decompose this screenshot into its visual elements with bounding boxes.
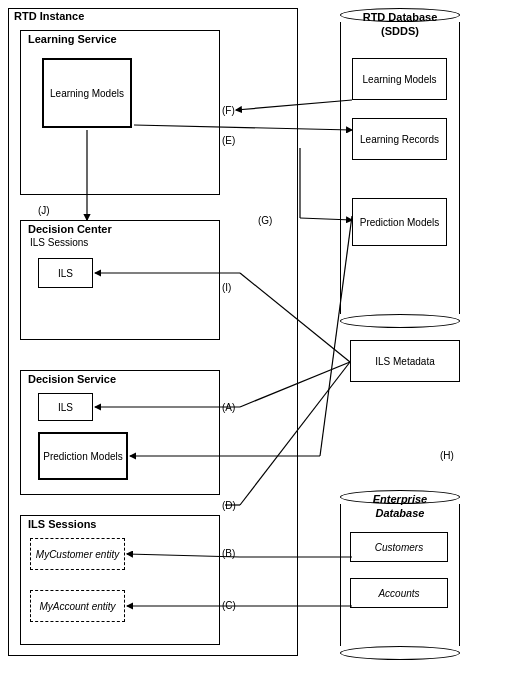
prediction-models-ds-box: Prediction Models <box>38 432 128 480</box>
accounts-box: Accounts <box>350 578 448 608</box>
customers-label: Customers <box>375 541 423 554</box>
decision-center-label: Decision Center <box>28 223 112 235</box>
arrow-g-label: (G) <box>258 215 272 226</box>
prediction-models-right-label: Prediction Models <box>360 216 439 229</box>
ils-dc-label: ILS <box>58 267 73 280</box>
dc-sessions-label: ILS Sessions <box>30 237 88 248</box>
ils-metadata-box: ILS Metadata <box>350 340 460 382</box>
learning-models-right-box: Learning Models <box>352 58 447 100</box>
myaccount-box: MyAccount entity <box>30 590 125 622</box>
ent-cylinder-body: EnterpriseDatabase Customers Accounts <box>340 504 460 646</box>
ils-metadata-label: ILS Metadata <box>375 355 434 368</box>
rtd-database-cylinder: RTD Database(SDDS) Learning Models Learn… <box>340 8 460 328</box>
ils-dc-box: ILS <box>38 258 93 288</box>
cylinder-body: RTD Database(SDDS) Learning Models Learn… <box>340 22 460 314</box>
prediction-models-ds-label: Prediction Models <box>43 450 122 463</box>
ent-cylinder-bottom <box>340 646 460 660</box>
customers-box: Customers <box>350 532 448 562</box>
diagram: RTD Instance Learning Service Learning M… <box>0 0 524 673</box>
arrow-i-label: (I) <box>222 282 231 293</box>
learning-models-left-label: Learning Models <box>50 87 124 100</box>
learning-records-box: Learning Records <box>352 118 447 160</box>
ils-ds-box: ILS <box>38 393 93 421</box>
ils-sessions-section-label: ILS Sessions <box>28 518 96 530</box>
cylinder-bottom <box>340 314 460 328</box>
accounts-label: Accounts <box>378 587 419 600</box>
arrow-e-label: (E) <box>222 135 235 146</box>
prediction-models-right-box: Prediction Models <box>352 198 447 246</box>
learning-records-label: Learning Records <box>360 133 439 146</box>
enterprise-database-title: EnterpriseDatabase <box>340 492 460 521</box>
decision-service-label: Decision Service <box>28 373 116 385</box>
arrow-b-label: (B) <box>222 548 235 559</box>
mycustomer-box: MyCustomer entity <box>30 538 125 570</box>
arrow-h-label: (H) <box>440 450 454 461</box>
arrow-c-label: (C) <box>222 600 236 611</box>
ils-ds-label: ILS <box>58 401 73 414</box>
learning-service-label: Learning Service <box>28 33 117 45</box>
learning-models-right-label: Learning Models <box>363 73 437 86</box>
mycustomer-label: MyCustomer entity <box>36 548 119 561</box>
myaccount-label: MyAccount entity <box>39 600 115 613</box>
arrow-d-label: (D) <box>222 500 236 511</box>
learning-models-left-box: Learning Models <box>42 58 132 128</box>
ils-sessions-region <box>20 515 220 645</box>
arrow-f-label: (F) <box>222 105 235 116</box>
arrow-a-label: (A) <box>222 402 235 413</box>
arrow-j-label: (J) <box>38 205 50 216</box>
rtd-instance-label: RTD Instance <box>14 10 84 22</box>
enterprise-database-cylinder: EnterpriseDatabase Customers Accounts <box>340 490 460 660</box>
rtd-database-title: RTD Database(SDDS) <box>340 10 460 39</box>
